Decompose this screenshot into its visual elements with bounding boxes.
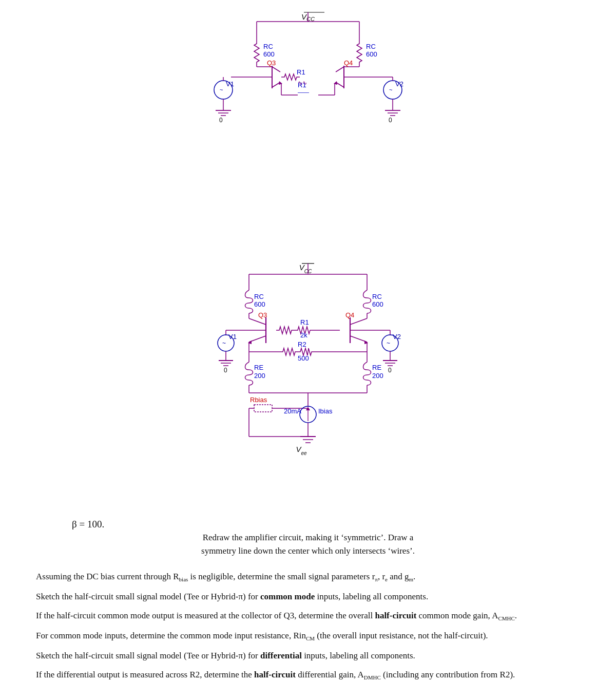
rc-right-val: 600 <box>366 50 377 58</box>
circuit-diagram-main: VCC RC 600 RC 600 Q3 Q4 ~ V1 0 <box>31 262 585 514</box>
r1-text: R1 <box>300 318 309 326</box>
r2-text: R2 <box>298 340 306 348</box>
svg-line-13 <box>336 67 344 72</box>
q3-text: Q3 <box>258 311 267 319</box>
re-right-val: 200 <box>372 372 383 380</box>
vcc-text: VCC <box>299 263 312 274</box>
rc-left-val-text: 600 <box>254 300 265 308</box>
r2-val: 500 <box>298 354 309 362</box>
re-right-text: RE <box>372 364 381 371</box>
v1-tilde: ~ <box>222 339 226 347</box>
current-text: 20mA <box>284 407 301 415</box>
rc-left-text: RC <box>254 293 264 300</box>
question-4: For common mode inputs, determine the co… <box>36 629 580 644</box>
gnd-right-label: 0 <box>389 117 392 124</box>
svg-line-47 <box>249 318 266 325</box>
rc-left-val: 600 <box>263 50 275 58</box>
rc-left-label: RC <box>263 43 273 50</box>
question-6: If the differential output is measured a… <box>36 668 580 681</box>
r1-val: 2k <box>300 331 307 339</box>
svg-text:~: ~ <box>389 87 392 93</box>
v2-label: V2 <box>395 80 403 88</box>
q4-label: Q4 <box>344 59 353 67</box>
question-3: If the half-circuit common mode output i… <box>36 609 580 623</box>
question-2: Sketch the half-circuit small signal mod… <box>36 590 580 603</box>
svg-line-52 <box>350 318 367 325</box>
svg-text:∿∿: ∿∿ <box>298 80 307 86</box>
svg-text:——: —— <box>298 89 309 95</box>
re-left-text: RE <box>254 364 263 371</box>
v1-label: V1 <box>226 80 234 88</box>
rbias-text: Rbias <box>250 396 267 404</box>
svg-marker-54 <box>364 340 368 344</box>
svg-marker-15 <box>334 81 337 85</box>
ibias-text: Ibias <box>318 407 333 415</box>
questions-section: Assuming the DC bias current through Rbi… <box>36 570 580 681</box>
r1-label: R1 <box>297 68 305 76</box>
beta-equation: β = 100. <box>31 519 585 530</box>
rc-right-label: RC <box>366 43 376 50</box>
rc-right-val-text: 600 <box>372 300 383 308</box>
re-left-val: 200 <box>254 372 265 380</box>
q4-text: Q4 <box>345 311 354 319</box>
gnd0-right: 0 <box>388 367 392 374</box>
question-5: Sketch the half-circuit small signal mod… <box>36 649 580 663</box>
svg-line-8 <box>272 67 280 72</box>
svg-marker-10 <box>279 81 282 85</box>
rc-right-text: RC <box>372 293 382 300</box>
svg-marker-49 <box>248 340 252 344</box>
v2-text: V2 <box>393 333 401 340</box>
svg-rect-82 <box>254 405 272 412</box>
v1-text: V1 <box>228 333 237 340</box>
svg-text:~: ~ <box>220 87 223 93</box>
question-1: Assuming the DC bias current through Rbi… <box>36 570 580 584</box>
problem-description: Redraw the amplifier circuit, making it … <box>185 531 431 557</box>
gnd-left-label: 0 <box>219 117 223 124</box>
vee-text: Vee <box>296 445 307 456</box>
v2-tilde: ~ <box>387 339 390 347</box>
q3-label: Q3 <box>267 59 276 67</box>
gnd0-left: 0 <box>224 367 227 374</box>
circuit-diagram: VCC RC 600 RC 600 <box>31 10 585 257</box>
